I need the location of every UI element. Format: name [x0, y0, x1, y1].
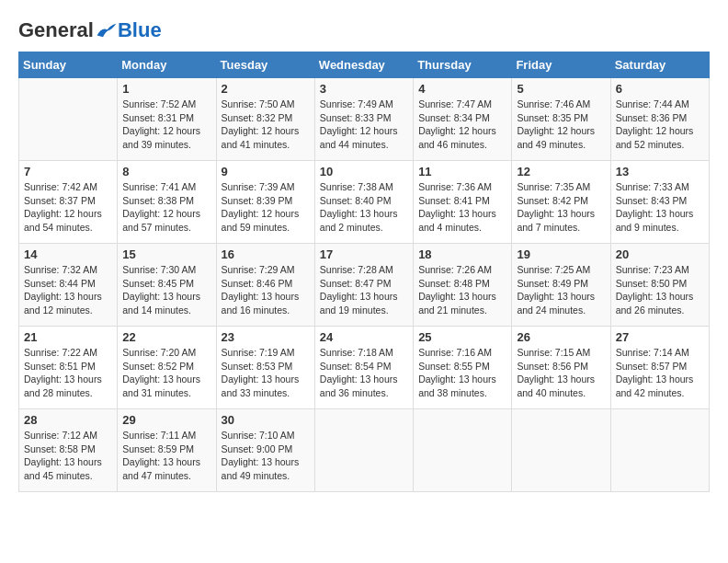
- calendar-day-cell: 12Sunrise: 7:35 AM Sunset: 8:42 PM Dayli…: [512, 161, 610, 244]
- day-number: 11: [418, 165, 506, 178]
- day-info: Sunrise: 7:49 AM Sunset: 8:33 PM Dayligh…: [320, 98, 408, 152]
- calendar-day-cell: [610, 409, 709, 492]
- weekday-header-cell: Monday: [118, 52, 216, 78]
- day-number: 21: [24, 330, 112, 344]
- calendar-week-row: 21Sunrise: 7:22 AM Sunset: 8:51 PM Dayli…: [19, 327, 710, 409]
- logo-blue-text: Blue: [118, 18, 162, 42]
- calendar-day-cell: 21Sunrise: 7:22 AM Sunset: 8:51 PM Dayli…: [19, 327, 118, 409]
- calendar-week-row: 14Sunrise: 7:32 AM Sunset: 8:44 PM Dayli…: [19, 244, 710, 327]
- day-number: 4: [418, 82, 506, 96]
- calendar-day-cell: 3Sunrise: 7:49 AM Sunset: 8:33 PM Daylig…: [314, 78, 413, 161]
- day-info: Sunrise: 7:46 AM Sunset: 8:35 PM Dayligh…: [517, 98, 605, 152]
- day-number: 15: [122, 247, 210, 261]
- day-info: Sunrise: 7:18 AM Sunset: 8:54 PM Dayligh…: [320, 346, 408, 400]
- day-number: 20: [616, 247, 704, 261]
- day-info: Sunrise: 7:11 AM Sunset: 8:59 PM Dayligh…: [122, 429, 210, 483]
- day-number: 14: [24, 247, 112, 261]
- day-info: Sunrise: 7:23 AM Sunset: 8:50 PM Dayligh…: [616, 263, 704, 317]
- calendar-day-cell: 18Sunrise: 7:26 AM Sunset: 8:48 PM Dayli…: [414, 244, 512, 327]
- weekday-header-cell: Saturday: [610, 52, 709, 78]
- calendar-day-cell: 5Sunrise: 7:46 AM Sunset: 8:35 PM Daylig…: [512, 78, 610, 161]
- day-info: Sunrise: 7:36 AM Sunset: 8:41 PM Dayligh…: [418, 180, 506, 235]
- calendar-body: 1Sunrise: 7:52 AM Sunset: 8:31 PM Daylig…: [19, 78, 710, 492]
- day-info: Sunrise: 7:16 AM Sunset: 8:55 PM Dayligh…: [418, 346, 506, 400]
- calendar-day-cell: 7Sunrise: 7:42 AM Sunset: 8:37 PM Daylig…: [19, 161, 118, 244]
- day-number: 18: [418, 247, 506, 261]
- day-number: 12: [517, 165, 605, 178]
- day-info: Sunrise: 7:28 AM Sunset: 8:47 PM Dayligh…: [320, 263, 408, 317]
- header: General Blue: [18, 18, 710, 42]
- calendar-day-cell: 16Sunrise: 7:29 AM Sunset: 8:46 PM Dayli…: [216, 244, 314, 327]
- calendar-day-cell: 20Sunrise: 7:23 AM Sunset: 8:50 PM Dayli…: [610, 244, 709, 327]
- day-number: 1: [122, 82, 210, 96]
- day-number: 19: [517, 247, 605, 261]
- day-info: Sunrise: 7:25 AM Sunset: 8:49 PM Dayligh…: [517, 263, 605, 317]
- day-number: 23: [222, 330, 310, 344]
- weekday-header-cell: Friday: [512, 52, 610, 78]
- day-info: Sunrise: 7:19 AM Sunset: 8:53 PM Dayligh…: [222, 346, 310, 400]
- logo: General Blue: [18, 18, 162, 42]
- calendar-day-cell: 17Sunrise: 7:28 AM Sunset: 8:47 PM Dayli…: [314, 244, 413, 327]
- day-info: Sunrise: 7:44 AM Sunset: 8:36 PM Dayligh…: [616, 98, 704, 152]
- calendar-day-cell: 26Sunrise: 7:15 AM Sunset: 8:56 PM Dayli…: [512, 327, 610, 409]
- day-info: Sunrise: 7:47 AM Sunset: 8:34 PM Dayligh…: [418, 98, 506, 152]
- day-number: 30: [222, 413, 310, 427]
- day-info: Sunrise: 7:22 AM Sunset: 8:51 PM Dayligh…: [24, 346, 112, 400]
- day-info: Sunrise: 7:32 AM Sunset: 8:44 PM Dayligh…: [24, 263, 112, 317]
- calendar-day-cell: 29Sunrise: 7:11 AM Sunset: 8:59 PM Dayli…: [118, 409, 216, 492]
- day-number: 2: [222, 82, 310, 96]
- day-info: Sunrise: 7:20 AM Sunset: 8:52 PM Dayligh…: [122, 346, 210, 400]
- weekday-header-cell: Wednesday: [314, 52, 413, 78]
- calendar-day-cell: 1Sunrise: 7:52 AM Sunset: 8:31 PM Daylig…: [118, 78, 216, 161]
- calendar-day-cell: 28Sunrise: 7:12 AM Sunset: 8:58 PM Dayli…: [19, 409, 118, 492]
- calendar-day-cell: 30Sunrise: 7:10 AM Sunset: 9:00 PM Dayli…: [216, 409, 314, 492]
- weekday-header-row: SundayMondayTuesdayWednesdayThursdayFrid…: [19, 52, 710, 78]
- calendar-day-cell: [314, 409, 413, 492]
- day-info: Sunrise: 7:39 AM Sunset: 8:39 PM Dayligh…: [222, 180, 310, 235]
- calendar-day-cell: 8Sunrise: 7:41 AM Sunset: 8:38 PM Daylig…: [118, 161, 216, 244]
- calendar-day-cell: [512, 409, 610, 492]
- calendar-week-row: 7Sunrise: 7:42 AM Sunset: 8:37 PM Daylig…: [19, 161, 710, 244]
- day-number: 3: [320, 82, 408, 96]
- calendar-day-cell: [19, 78, 118, 161]
- calendar-day-cell: 23Sunrise: 7:19 AM Sunset: 8:53 PM Dayli…: [216, 327, 314, 409]
- day-number: 26: [517, 330, 605, 344]
- calendar-day-cell: [414, 409, 512, 492]
- calendar-day-cell: 2Sunrise: 7:50 AM Sunset: 8:32 PM Daylig…: [216, 78, 314, 161]
- day-info: Sunrise: 7:10 AM Sunset: 9:00 PM Dayligh…: [222, 429, 310, 483]
- calendar-day-cell: 9Sunrise: 7:39 AM Sunset: 8:39 PM Daylig…: [216, 161, 314, 244]
- day-number: 25: [418, 330, 506, 344]
- day-number: 27: [616, 330, 704, 344]
- calendar-day-cell: 13Sunrise: 7:33 AM Sunset: 8:43 PM Dayli…: [610, 161, 709, 244]
- day-info: Sunrise: 7:30 AM Sunset: 8:45 PM Dayligh…: [122, 263, 210, 317]
- day-info: Sunrise: 7:52 AM Sunset: 8:31 PM Dayligh…: [122, 98, 210, 152]
- day-info: Sunrise: 7:12 AM Sunset: 8:58 PM Dayligh…: [24, 429, 112, 483]
- day-info: Sunrise: 7:14 AM Sunset: 8:57 PM Dayligh…: [616, 346, 704, 400]
- calendar-day-cell: 4Sunrise: 7:47 AM Sunset: 8:34 PM Daylig…: [414, 78, 512, 161]
- calendar-day-cell: 6Sunrise: 7:44 AM Sunset: 8:36 PM Daylig…: [610, 78, 709, 161]
- calendar-day-cell: 25Sunrise: 7:16 AM Sunset: 8:55 PM Dayli…: [414, 327, 512, 409]
- weekday-header-cell: Sunday: [19, 52, 118, 78]
- calendar-day-cell: 27Sunrise: 7:14 AM Sunset: 8:57 PM Dayli…: [610, 327, 709, 409]
- day-info: Sunrise: 7:42 AM Sunset: 8:37 PM Dayligh…: [24, 180, 112, 235]
- day-info: Sunrise: 7:33 AM Sunset: 8:43 PM Dayligh…: [616, 180, 704, 235]
- weekday-header-cell: Thursday: [414, 52, 512, 78]
- day-number: 24: [320, 330, 408, 344]
- day-info: Sunrise: 7:15 AM Sunset: 8:56 PM Dayligh…: [517, 346, 605, 400]
- calendar-day-cell: 24Sunrise: 7:18 AM Sunset: 8:54 PM Dayli…: [314, 327, 413, 409]
- calendar-day-cell: 14Sunrise: 7:32 AM Sunset: 8:44 PM Dayli…: [19, 244, 118, 327]
- day-info: Sunrise: 7:38 AM Sunset: 8:40 PM Dayligh…: [320, 180, 408, 235]
- day-number: 9: [222, 165, 310, 178]
- day-number: 6: [616, 82, 704, 96]
- logo-general-text: General: [18, 18, 94, 42]
- day-number: 17: [320, 247, 408, 261]
- calendar-day-cell: 15Sunrise: 7:30 AM Sunset: 8:45 PM Dayli…: [118, 244, 216, 327]
- day-info: Sunrise: 7:29 AM Sunset: 8:46 PM Dayligh…: [222, 263, 310, 317]
- day-info: Sunrise: 7:26 AM Sunset: 8:48 PM Dayligh…: [418, 263, 506, 317]
- calendar-day-cell: 19Sunrise: 7:25 AM Sunset: 8:49 PM Dayli…: [512, 244, 610, 327]
- calendar-table: SundayMondayTuesdayWednesdayThursdayFrid…: [18, 52, 710, 492]
- weekday-header-cell: Tuesday: [216, 52, 314, 78]
- calendar-week-row: 28Sunrise: 7:12 AM Sunset: 8:58 PM Dayli…: [19, 409, 710, 492]
- day-number: 7: [24, 165, 112, 178]
- day-info: Sunrise: 7:35 AM Sunset: 8:42 PM Dayligh…: [517, 180, 605, 235]
